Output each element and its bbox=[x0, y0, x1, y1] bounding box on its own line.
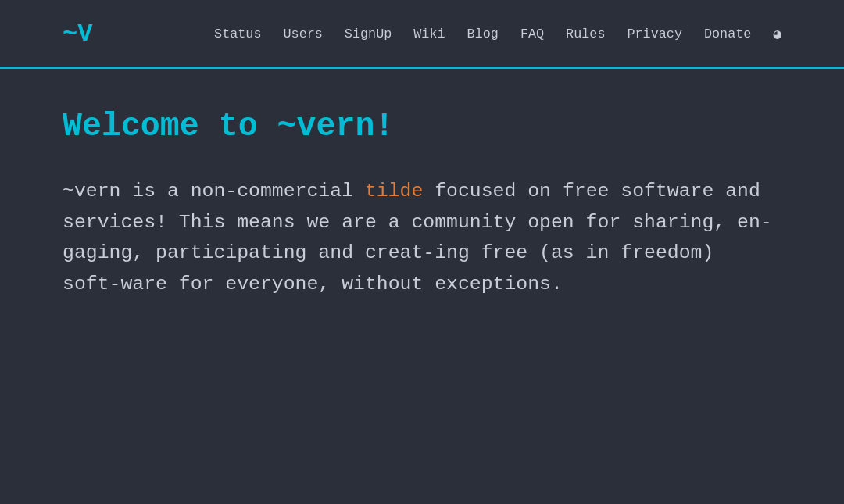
page-description: ~vern is a non-commercial tilde focused … bbox=[63, 176, 781, 300]
nav-users[interactable]: Users bbox=[284, 27, 323, 41]
page-title: Welcome to ~vern! bbox=[63, 108, 781, 145]
main-content: Welcome to ~vern! ~vern is a non-commerc… bbox=[0, 69, 844, 339]
nav-blog[interactable]: Blog bbox=[467, 27, 499, 41]
description-text-before: ~vern is a non-commercial bbox=[63, 180, 365, 202]
nav-status[interactable]: Status bbox=[214, 27, 261, 41]
tilde-highlight: tilde bbox=[365, 180, 423, 202]
nav-faq[interactable]: FAQ bbox=[520, 27, 544, 41]
site-logo[interactable]: ~V bbox=[63, 20, 92, 48]
site-header: ~V Status Users SignUp Wiki Blog FAQ Rul… bbox=[0, 0, 844, 69]
nav-donate[interactable]: Donate bbox=[704, 27, 751, 41]
nav-rules[interactable]: Rules bbox=[566, 27, 605, 41]
rss-icon[interactable]: ◕ bbox=[773, 26, 781, 42]
nav-wiki[interactable]: Wiki bbox=[413, 27, 445, 41]
main-nav: Status Users SignUp Wiki Blog FAQ Rules … bbox=[214, 26, 781, 42]
nav-privacy[interactable]: Privacy bbox=[627, 27, 682, 41]
nav-signup[interactable]: SignUp bbox=[345, 27, 392, 41]
